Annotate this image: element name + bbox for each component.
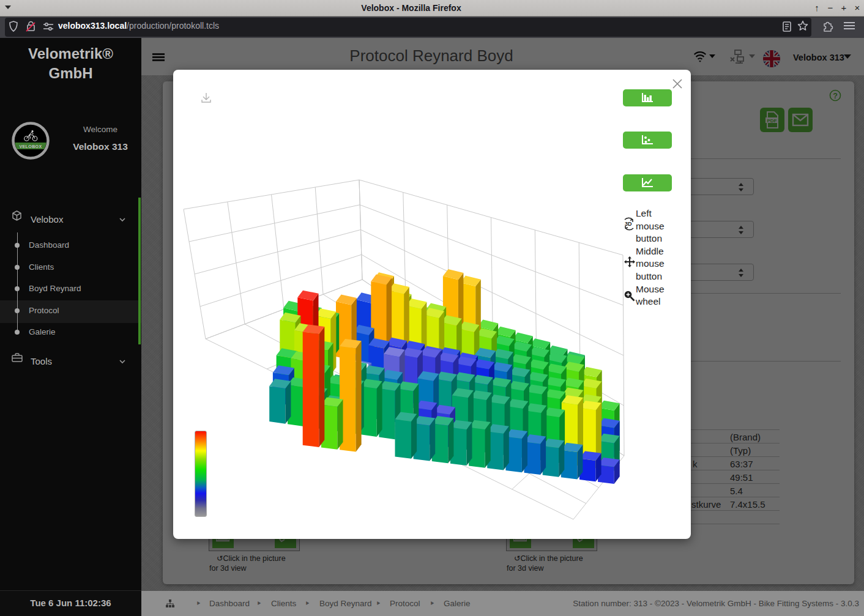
svg-text:VELOBOX: VELOBOX <box>19 144 42 149</box>
svg-text:3D: 3D <box>625 221 632 227</box>
